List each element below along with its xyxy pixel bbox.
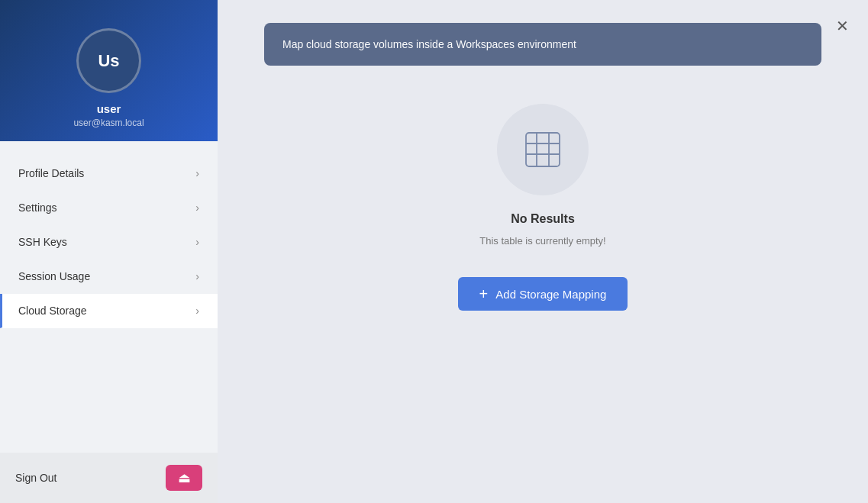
modal-container: ✕ Us user user@kasm.local Profile Detail… (0, 0, 868, 503)
add-button-label: Add Storage Mapping (495, 288, 606, 301)
sign-out-icon: ⏏ (178, 469, 191, 486)
sidebar-item-label: Cloud Storage (18, 305, 87, 317)
sidebar-item-ssh-keys[interactable]: SSH Keys› (0, 225, 218, 260)
chevron-right-icon: › (195, 236, 199, 248)
add-icon: + (479, 286, 489, 301)
avatar: Us (76, 28, 141, 93)
sidebar-item-label: Session Usage (18, 270, 90, 282)
svg-rect-0 (526, 133, 560, 166)
sidebar-email: user@kasm.local (73, 118, 144, 128)
chevron-right-icon: › (195, 202, 199, 214)
sign-out-label: Sign Out (15, 472, 56, 484)
sidebar-username: user (97, 102, 121, 115)
sidebar-item-label: SSH Keys (18, 236, 67, 248)
sidebar-item-session-usage[interactable]: Session Usage› (0, 260, 218, 294)
no-results-title: No Results (511, 212, 575, 226)
sidebar-item-settings[interactable]: Settings› (0, 191, 218, 225)
close-button[interactable]: ✕ (831, 15, 853, 37)
chevron-right-icon: › (195, 305, 199, 317)
sidebar-item-label: Profile Details (18, 167, 84, 179)
empty-state-icon-circle (497, 104, 589, 195)
chevron-right-icon: › (195, 167, 199, 179)
sidebar-header: Us user user@kasm.local (0, 0, 218, 141)
sidebar-item-label: Settings (18, 202, 57, 214)
sidebar-nav: Profile Details›Settings›SSH Keys›Sessio… (0, 141, 218, 453)
sidebar-footer: Sign Out ⏏ (0, 453, 218, 503)
no-results-subtitle: This table is currently empty! (479, 235, 605, 247)
sidebar-item-cloud-storage[interactable]: Cloud Storage› (0, 294, 218, 328)
sign-out-button[interactable]: ⏏ (166, 465, 202, 491)
sidebar: Us user user@kasm.local Profile Details›… (0, 0, 218, 503)
info-banner: Map cloud storage volumes inside a Works… (264, 23, 821, 66)
close-icon: ✕ (836, 17, 849, 35)
chevron-right-icon: › (195, 270, 199, 282)
sidebar-item-profile-details[interactable]: Profile Details› (0, 156, 218, 191)
main-content: Map cloud storage volumes inside a Works… (218, 0, 868, 503)
add-storage-mapping-button[interactable]: + Add Storage Mapping (458, 277, 628, 311)
empty-state: No Results This table is currently empty… (479, 104, 605, 247)
table-icon (523, 130, 563, 169)
